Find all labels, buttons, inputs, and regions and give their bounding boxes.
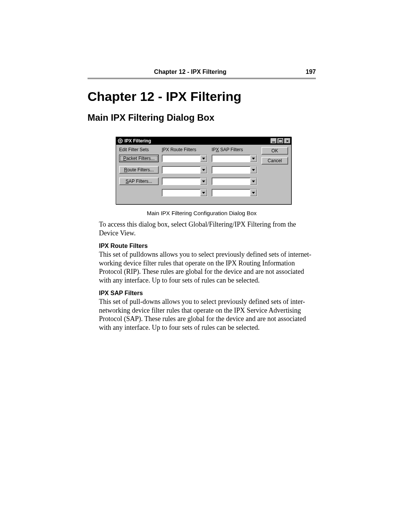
subsection-heading-route: IPX Route Filters xyxy=(99,243,316,249)
sap-filter-combo-1[interactable] xyxy=(212,155,257,162)
sap-filter-combo-4[interactable] xyxy=(212,189,257,197)
chevron-down-icon xyxy=(250,166,257,173)
dialog-figure: IPX Filtering ✕ Edit Filter Sets Packet … xyxy=(91,137,316,204)
minimize-button[interactable] xyxy=(271,138,277,144)
ok-button[interactable]: OK xyxy=(261,147,288,155)
route-filters-label: IPX Route Filters xyxy=(162,147,209,155)
maximize-button[interactable] xyxy=(277,138,284,144)
subsection-heading-sap: IPX SAP Filters xyxy=(99,290,316,297)
sap-filters-button[interactable]: SAP Filters... xyxy=(119,177,159,185)
route-filters-button[interactable]: Route Filters... xyxy=(119,166,159,174)
dialog-title: IPX Filtering xyxy=(124,138,271,144)
titlebar[interactable]: IPX Filtering ✕ xyxy=(116,137,291,145)
chevron-down-icon xyxy=(200,178,207,185)
dialog-window: IPX Filtering ✕ Edit Filter Sets Packet … xyxy=(116,137,292,204)
route-filter-combo-4[interactable] xyxy=(162,189,207,197)
route-filter-combo-2[interactable] xyxy=(162,166,207,174)
subsection-body-sap: This set of pull-downs allows you to sel… xyxy=(99,297,316,332)
section-title: Main IPX Filtering Dialog Box xyxy=(88,112,316,123)
chevron-down-icon xyxy=(200,166,207,173)
sap-filters-label: IPX SAP Filters xyxy=(212,147,258,155)
chevron-down-icon xyxy=(250,155,257,162)
running-header: Chapter 12 - IPX Filtering 197 xyxy=(88,69,316,79)
app-icon xyxy=(118,138,123,144)
chapter-title: Chapter 12 - IPX Filtering xyxy=(88,89,316,104)
edit-filter-sets-label: Edit Filter Sets xyxy=(119,147,159,155)
chevron-down-icon xyxy=(250,189,257,196)
intro-paragraph: To access this dialog box, select Global… xyxy=(99,220,316,237)
chevron-down-icon xyxy=(250,178,257,185)
page-number: 197 xyxy=(293,69,316,75)
figure-caption: Main IPX Filtering Configuration Dialog … xyxy=(88,210,316,216)
route-filter-combo-3[interactable] xyxy=(162,177,207,185)
sap-filter-combo-2[interactable] xyxy=(212,166,257,174)
header-title: Chapter 12 - IPX Filtering xyxy=(88,69,293,75)
chevron-down-icon xyxy=(200,189,207,196)
close-button[interactable]: ✕ xyxy=(284,138,290,144)
subsection-body-route: This set of pulldowns allows you to sele… xyxy=(99,250,316,284)
sap-filter-combo-3[interactable] xyxy=(212,177,257,185)
packet-filters-button[interactable]: Packet Filters... xyxy=(119,155,159,162)
chevron-down-icon xyxy=(200,155,207,162)
cancel-button[interactable]: Cancel xyxy=(261,157,288,165)
route-filter-combo-1[interactable] xyxy=(162,155,207,162)
